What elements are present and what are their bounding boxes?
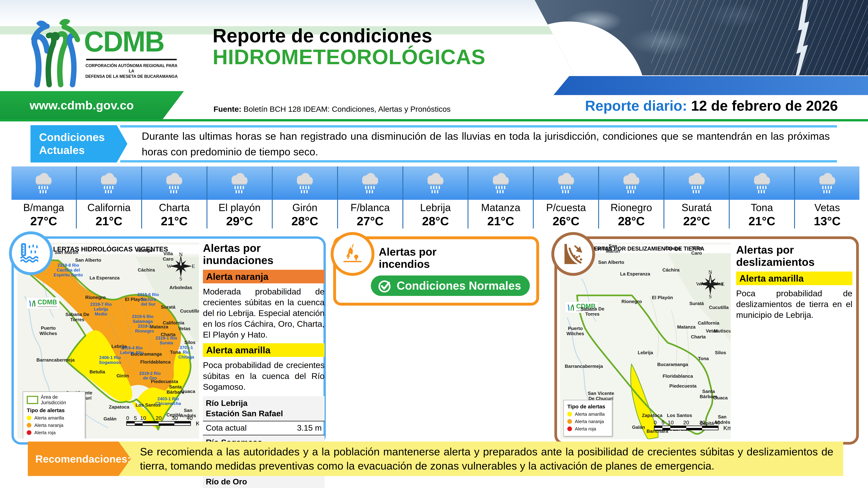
map-place-label: Rionegro [621,299,642,304]
fire-badge [331,232,374,276]
map-place-label: El Playón [652,295,673,300]
scale-tick: 5 [661,420,664,426]
weather-station-cell: Lebrija 28°C [402,166,468,228]
legend-color-dot [27,423,31,428]
scale-tick: 40 [714,420,720,426]
station-name: Rionegro [599,202,663,214]
legend-items: Alerta amarilla Alerta naranja Alerta ro… [567,412,608,432]
map-place-label: San Martín [606,243,620,254]
rain-cloud-icon [208,166,272,200]
map-place-label: Puerto Wilches [566,326,584,336]
flood-alerts-panel: ALERTAS HIDROLÓGICAS VIGENTES N W E S CD… [11,236,326,445]
green-divider [0,119,868,122]
legend-color-dot [27,416,31,420]
scale-tick: 10 [140,415,146,421]
hydrology-badge [9,231,53,275]
rain-cloud-icon [795,166,859,200]
map-river-label: 2319-4 Rio Lebrija Alto [120,346,144,355]
map-river-label: 2406-1 Rio Sogamoso [99,355,121,365]
map-river-label: 2319-2 Rio de Oro [139,371,161,381]
scale-tick: 30 [699,420,705,426]
yellow-alert-text: Poca probabilidad de crecientes súbitas … [203,360,324,392]
map-place-label: Zapatoca [642,413,662,418]
weather-station-cell: Rionegro 28°C [598,166,663,228]
flood-map: ALERTAS HIDROLÓGICAS VIGENTES N W E S CD… [18,243,199,438]
website-banner[interactable]: www.cdmb.gov.co [0,91,184,119]
map-river-label: 2319-5 Rio Salamaga [132,314,153,324]
landslide-alerts-panel: ALERTAS POR DESLIZAMIENTO DE TIERRA N W … [554,236,859,445]
station-name: F/blanca [338,202,402,214]
orange-alert-text: Moderada probabilidad de crecientes súbi… [203,286,324,340]
report-date: 12 de febrero de 2026 [691,98,838,114]
station-temperature: 28°C [273,214,337,228]
map-place-label: Arboledas [701,282,723,287]
station-name: Suratá [664,202,729,214]
hydrology-icon [20,242,42,265]
rain-streaks [651,0,868,75]
rain-cloud-icon [534,166,598,200]
yellow-alert-header: Alerta amarilla [736,271,852,285]
source-text: Boletín BCH 128 IDEAM: Condiciones, Aler… [241,105,451,113]
scale-tick: 30 [172,415,178,421]
flood-alerts-title: Alertas por inundaciones [203,242,324,266]
storm-photo [535,0,868,75]
station-name: Estación Palogordo [206,487,322,488]
map-place-label: Bucaramanga [657,362,688,367]
map-place-label: Suratá [689,301,704,306]
report-label: Reporte diario: [585,98,691,114]
cdmb-acronym: CDMB [84,27,164,56]
current-conditions-section: Durante las ultimas horas se han registr… [31,125,837,162]
website-url[interactable]: www.cdmb.gov.co [30,98,134,112]
legend-item: Alerta amarilla [27,415,81,421]
station-temperature: 27°C [338,214,402,228]
recommendations-label: Recomendaciones: [28,442,131,476]
map-place-label: Villa Caro [691,245,702,256]
rain-cloud-icon [142,166,207,200]
report-date-line: Reporte diario: 12 de febrero de 2026 [585,98,838,114]
landslide-map-scale-bar: 0510203040 Km [654,420,718,430]
weather-station-cell: Matanza 21°C [468,166,533,228]
station-temperature: 21°C [468,214,533,228]
recommendations-text: Se recomienda a las autoridades y a la p… [118,442,843,476]
map-place-label: Los Santos [667,413,692,418]
map-place-label: Mutiscua [714,329,731,334]
rain-cloud-icon [11,166,76,200]
weather-station-cell: Suratá 22°C [663,166,729,228]
rain-cloud-icon [338,166,402,200]
station-temperature: 21°C [77,214,141,228]
map-river-label: 3701-1 Rio Chitaga [178,345,194,360]
weather-station-cell: F/blanca 27°C [337,166,402,228]
cdmb-logo-figures-icon [27,18,84,88]
rain-cloud-icon [403,166,468,200]
source-label: Fuente: [214,105,241,113]
logo-org-name: CORPORACIÓN AUTÓNOMA REGIONAL PARA LA DE… [84,63,179,79]
station-name: Charta [142,202,207,214]
scale-tick: 20 [683,420,689,426]
landslide-badge [551,232,595,276]
map-place-label: La Esperanza [620,271,650,277]
landslide-text-column: Alertas por deslizamientos Alerta amaril… [736,244,852,320]
fire-icon [341,242,364,265]
lightning-icon [791,0,812,75]
level-label: Cota actual [206,423,247,432]
station-group: Río Lebrija Estación San Rafael Cota act… [203,396,324,435]
station-temperature: 26°C [534,214,598,228]
flood-map-legend: Área de Jurisdicción Tipo de alertas Ale… [23,392,85,438]
landslide-alerts-title: Alertas por deslizamientos [736,244,852,268]
station-temperature: 13°C [795,214,859,228]
orange-alert-header: Alerta naranja [203,270,324,283]
cdmb-logo: CDMB CORPORACIÓN AUTÓNOMA REGIONAL PARA … [27,16,190,89]
map-place-label: Silos [715,350,726,355]
map-place-label: Charta [691,334,706,340]
page-title-line1: Reporte de condiciones [213,26,554,46]
legend-item: Alerta roja [567,426,608,432]
page-title-line2: HIDROMETEOROLÓGICAS [213,46,554,68]
station-name: P/cuesta [534,202,598,214]
map-place-label: Ábrego [664,246,681,251]
legend-area-row: Área de Jurisdicción [27,394,81,405]
weather-station-cell: B/manga 27°C [11,166,76,228]
map-river-label: 2319-3 Rionegro [135,324,154,334]
weather-station-cell: El playón 29°C [207,166,272,228]
rain-cloud-icon [599,166,663,200]
map-place-label: Guaca [713,395,728,400]
